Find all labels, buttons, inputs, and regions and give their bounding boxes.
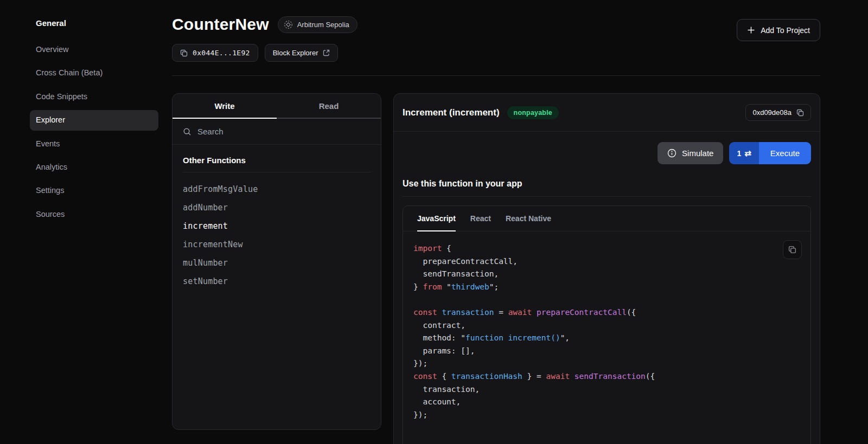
contract-address-button[interactable]: 0x044E...1E92 xyxy=(172,44,258,62)
function-search-row xyxy=(173,119,381,145)
function-detail-panel: Increment (increment) nonpayable 0xd09de… xyxy=(393,93,820,444)
sidebar-item-overview[interactable]: Overview xyxy=(30,40,158,60)
sidebar-item-sources[interactable]: Sources xyxy=(30,204,158,224)
functions-panel: Write Read Other Functions addFromMsgVal… xyxy=(172,93,381,430)
block-explorer-label: Block Explorer xyxy=(273,49,318,57)
execute-split-button: 1 ⇄ Execute xyxy=(729,142,811,164)
code-language-tabs: JavaScript React React Native xyxy=(403,206,810,231)
write-read-tabs: Write Read xyxy=(173,94,381,119)
sidebar-item-explorer[interactable]: Explorer xyxy=(30,110,158,130)
search-icon xyxy=(183,127,192,136)
contract-header: CounterNew Arbitrum Sepolia xyxy=(172,15,820,62)
other-functions-heading: Other Functions xyxy=(183,156,371,172)
code-block: import { prepareContractCall, sendTransa… xyxy=(403,231,810,434)
plus-icon xyxy=(747,26,755,34)
simulate-button[interactable]: Simulate xyxy=(658,142,723,164)
copy-icon xyxy=(788,246,796,254)
execute-button[interactable]: Execute xyxy=(759,142,811,164)
transaction-count-button[interactable]: 1 ⇄ xyxy=(729,142,758,164)
function-item-addNumber[interactable]: addNumber xyxy=(183,198,371,217)
action-row: Simulate 1 ⇄ Execute xyxy=(394,132,820,172)
copy-icon xyxy=(180,49,188,57)
code-snippet-card: JavaScript React React Native import { xyxy=(403,205,811,444)
transaction-count: 1 xyxy=(737,149,741,158)
add-to-project-label: Add To Project xyxy=(761,26,810,35)
network-badge-label: Arbitrum Sepolia xyxy=(297,21,349,29)
page-title: CounterNew xyxy=(172,15,269,34)
tab-react-native[interactable]: React Native xyxy=(506,206,551,231)
function-item-setNumber[interactable]: setNumber xyxy=(183,272,371,291)
header-divider xyxy=(172,75,820,76)
info-icon xyxy=(667,149,676,158)
contract-address-short: 0x044E...1E92 xyxy=(193,49,250,57)
sidebar-heading: General xyxy=(30,18,158,28)
function-detail-header: Increment (increment) nonpayable 0xd09de… xyxy=(394,94,820,132)
network-badge[interactable]: Arbitrum Sepolia xyxy=(278,16,358,33)
tab-javascript[interactable]: JavaScript xyxy=(417,206,456,231)
function-item-incrementNew[interactable]: incrementNew xyxy=(183,235,371,254)
copy-icon xyxy=(796,109,804,117)
block-explorer-button[interactable]: Block Explorer xyxy=(265,44,339,62)
network-icon xyxy=(284,20,293,29)
execute-label: Execute xyxy=(770,149,800,158)
function-selector-button[interactable]: 0xd09de08a xyxy=(745,104,811,121)
function-selector: 0xd09de08a xyxy=(752,108,792,117)
add-to-project-button[interactable]: Add To Project xyxy=(737,19,820,41)
use-function-heading: Use this function in your app xyxy=(403,179,811,197)
use-function-section: Use this function in your app xyxy=(394,172,820,197)
function-item-addFromMsgValue[interactable]: addFromMsgValue xyxy=(183,180,371,198)
function-search-input[interactable] xyxy=(197,127,371,136)
sidebar-item-events[interactable]: Events xyxy=(30,134,158,154)
simulate-label: Simulate xyxy=(682,149,713,158)
swap-icon: ⇄ xyxy=(744,149,751,158)
tab-write[interactable]: Write xyxy=(173,94,277,119)
tab-read[interactable]: Read xyxy=(277,94,381,119)
function-item-increment[interactable]: increment xyxy=(183,217,371,235)
function-title: Increment (increment) xyxy=(403,107,500,118)
sidebar-item-cross-chain[interactable]: Cross Chain (Beta) xyxy=(30,63,158,83)
code-lines: import { prepareContractCall, sendTransa… xyxy=(413,242,778,421)
mutability-badge: nonpayable xyxy=(507,106,559,119)
tab-react[interactable]: React xyxy=(470,206,491,231)
sidebar-item-settings[interactable]: Settings xyxy=(30,181,158,201)
main-content: CounterNew Arbitrum Sepolia xyxy=(163,0,868,444)
external-link-icon xyxy=(323,49,330,56)
sidebar-item-code-snippets[interactable]: Code Snippets xyxy=(30,87,158,107)
sidebar-item-analytics[interactable]: Analytics xyxy=(30,157,158,177)
function-list: addFromMsgValue addNumber increment incr… xyxy=(183,180,371,291)
copy-code-button[interactable] xyxy=(783,240,802,259)
function-item-mulNumber[interactable]: mulNumber xyxy=(183,254,371,272)
sidebar: General Overview Cross Chain (Beta) Code… xyxy=(0,0,163,444)
